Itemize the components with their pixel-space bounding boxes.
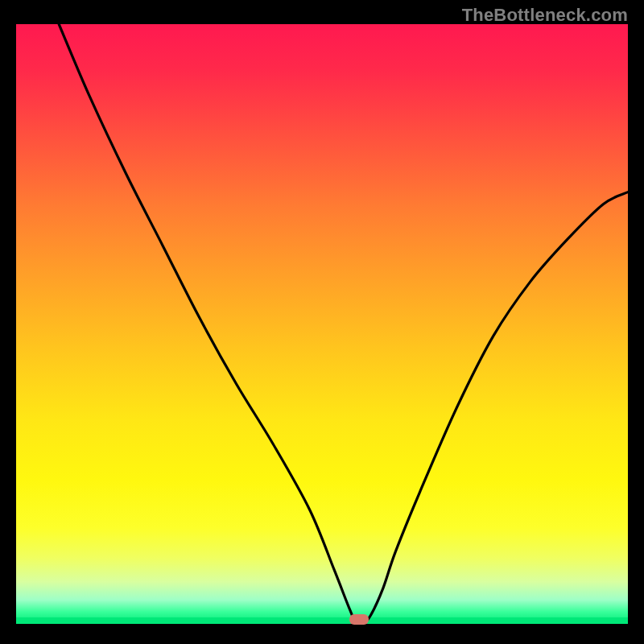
chart-container: TheBottleneck.com [0, 0, 644, 644]
watermark-text: TheBottleneck.com [462, 5, 628, 26]
bottleneck-curve-path [59, 24, 628, 622]
bottleneck-curve-svg [16, 24, 628, 624]
optimum-marker [349, 614, 369, 625]
